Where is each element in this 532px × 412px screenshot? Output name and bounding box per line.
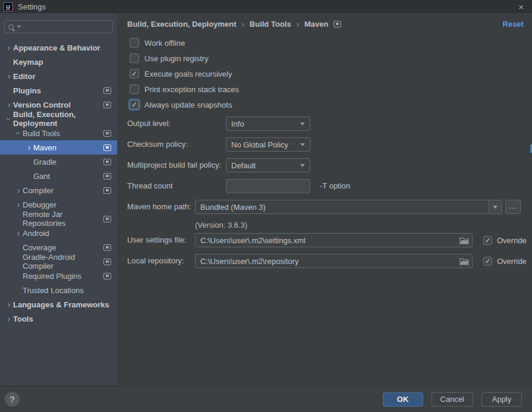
folder-icon[interactable] [457, 254, 472, 268]
chevron-right-icon: › [5, 100, 13, 109]
project-scope-icon [103, 102, 111, 108]
dialog-footer: ? OK Cancel Apply [0, 386, 532, 412]
output-level-label: Output level: [127, 117, 171, 131]
title-bar: IJ Settings × [0, 0, 532, 13]
project-scope-icon [103, 273, 111, 279]
thread-count-input[interactable] [226, 179, 310, 193]
sidebar-item-gradle[interactable]: ›Gradle [0, 155, 117, 169]
checkbox-checked-icon[interactable] [483, 236, 492, 245]
settings-sidebar: ›Appearance & Behavior ›Keymap ›Editor ›… [0, 13, 117, 386]
user-settings-override[interactable]: Override [483, 233, 527, 247]
chevron-right-icon: › [5, 300, 13, 309]
checkbox-unchecked-icon[interactable] [130, 38, 139, 48]
checkbox-unchecked-icon[interactable] [130, 84, 139, 94]
user-settings-input[interactable]: C:\Users\user\.m2\settings.xml [195, 233, 473, 247]
breadcrumb-item[interactable]: Build, Execution, Deployment [127, 20, 236, 29]
window-title: Settings [18, 2, 46, 11]
checkbox-row-execute-goals-recursively[interactable]: Execute goals recursively [130, 69, 232, 78]
chevron-down-icon: › [14, 129, 23, 137]
sidebar-item-remote-jar-repositories[interactable]: ›Remote Jar Repositories [0, 212, 117, 226]
fail-policy-select[interactable]: Default [226, 158, 310, 172]
breadcrumb-separator: › [241, 20, 244, 29]
sidebar-item-trusted-locations[interactable]: ›Trusted Locations [0, 283, 117, 297]
local-repository-label: Local repository: [127, 254, 184, 268]
settings-tree: ›Appearance & Behavior ›Keymap ›Editor ›… [0, 40, 117, 326]
intellij-logo-icon: IJ [4, 2, 12, 11]
chevron-right-icon: › [5, 72, 13, 80]
local-repository-input[interactable]: C:\Users\user\.m2\repository [195, 254, 473, 268]
checkbox-checked-icon[interactable] [130, 69, 139, 78]
chevron-right-icon: › [14, 229, 23, 237]
output-level-select[interactable]: Info [226, 117, 310, 131]
dropdown-arrow-icon [300, 164, 305, 167]
help-button[interactable]: ? [5, 392, 20, 407]
sidebar-item-maven[interactable]: ›Maven [0, 140, 117, 155]
checkbox-row-print-exception-stack-traces[interactable]: Print exception stack traces [130, 84, 239, 94]
chevron-right-icon: › [14, 200, 23, 209]
sidebar-item-build-tools[interactable]: ›Build Tools [0, 126, 117, 140]
thread-count-label: Thread count [127, 179, 173, 193]
breadcrumb: Build, Execution, Deployment › Build Too… [127, 20, 341, 29]
dropdown-arrow-icon [493, 206, 498, 209]
chevron-right-icon: › [14, 186, 23, 194]
checkbox-row-work-offline[interactable]: Work offline [130, 38, 185, 48]
maven-home-label: Maven home path: [127, 200, 191, 214]
settings-dialog: IJ Settings × ›Appearance & Behavior ›Ke… [0, 0, 532, 412]
ok-button[interactable]: OK [383, 392, 423, 407]
sidebar-item-gant[interactable]: ›Gant [0, 169, 117, 183]
sidebar-item-tools[interactable]: ›Tools [0, 312, 117, 326]
search-input[interactable] [4, 20, 113, 33]
project-scope-icon [103, 216, 111, 222]
apply-button[interactable]: Apply [481, 392, 522, 407]
sidebar-item-appearance-behavior[interactable]: ›Appearance & Behavior [0, 40, 117, 55]
maven-home-combobox[interactable]: Bundled (Maven 3) [195, 200, 502, 214]
checkbox-row-use-plugin-registry[interactable]: Use plugin registry [130, 54, 209, 63]
chevron-down-icon: › [5, 115, 13, 123]
sidebar-item-build-execution-deployment[interactable]: ›Build, Execution, Deployment [0, 112, 117, 126]
combobox-dropdown-button[interactable] [488, 200, 502, 213]
sidebar-item-keymap[interactable]: ›Keymap [0, 55, 117, 69]
chevron-right-icon: › [5, 43, 13, 52]
maven-version-note: (Version: 3.6.3) [195, 221, 247, 229]
breadcrumb-separator: › [297, 20, 299, 29]
project-scope-icon [103, 87, 111, 94]
search-history-chevron-icon [17, 26, 21, 28]
user-settings-label: User settings file: [127, 233, 187, 247]
dropdown-arrow-icon [300, 122, 305, 125]
chevron-right-icon: › [5, 314, 13, 323]
breadcrumb-item[interactable]: Build Tools [250, 20, 291, 29]
checkbox-checked-icon[interactable] [483, 257, 492, 266]
sidebar-item-languages-frameworks[interactable]: ›Languages & Frameworks [0, 297, 117, 312]
breadcrumb-item[interactable]: Maven [304, 20, 328, 29]
sidebar-item-plugins[interactable]: ›Plugins [0, 83, 117, 98]
fail-policy-label: Multiproject build fail policy: [127, 158, 221, 172]
project-scope-icon [103, 173, 111, 180]
maven-settings-panel: Build, Execution, Deployment › Build Too… [117, 13, 532, 386]
thread-count-hint: -T option [320, 179, 350, 193]
sidebar-item-editor[interactable]: ›Editor [0, 69, 117, 83]
checksum-policy-select[interactable]: No Global Policy [226, 137, 310, 152]
reset-link[interactable]: Reset [503, 20, 524, 29]
project-scope-icon [103, 244, 111, 251]
search-icon [8, 24, 14, 30]
dropdown-arrow-icon [300, 143, 305, 146]
sidebar-item-compiler[interactable]: ›Compiler [0, 183, 117, 197]
close-icon[interactable]: × [518, 2, 524, 11]
browse-button[interactable]: ... [505, 200, 521, 214]
folder-icon[interactable] [457, 234, 472, 247]
project-scope-icon [103, 259, 111, 265]
project-scope-icon [333, 21, 341, 27]
cancel-button[interactable]: Cancel [432, 392, 473, 407]
checksum-policy-label: Checksum policy: [127, 137, 188, 152]
project-scope-icon [103, 159, 111, 165]
local-repository-override[interactable]: Override [483, 254, 527, 268]
checkbox-row-always-update-snapshots[interactable]: Always update snapshots [130, 100, 232, 109]
project-scope-icon [103, 144, 111, 151]
sidebar-item-android[interactable]: ›Android [0, 226, 117, 240]
checkbox-unchecked-icon[interactable] [130, 54, 139, 63]
chevron-right-icon: › [25, 143, 33, 152]
project-scope-icon [103, 187, 111, 194]
sidebar-item-gradle-android-compiler[interactable]: ›Gradle-Android Compiler [0, 254, 117, 269]
checkbox-checked-icon[interactable] [130, 100, 139, 109]
sidebar-item-required-plugins[interactable]: ›Required Plugins [0, 269, 117, 283]
